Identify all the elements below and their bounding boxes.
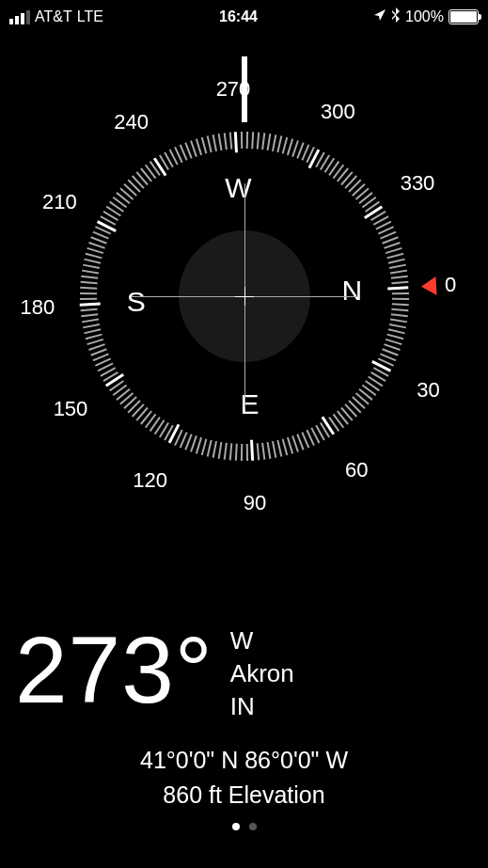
- heading-degrees: 273°: [15, 623, 213, 717]
- degree-label-210: 210: [42, 190, 77, 214]
- compass-area: 0306090120150180210240270300330 NESW: [0, 66, 488, 527]
- heading-side-info: W Akron IN: [230, 624, 294, 723]
- bluetooth-icon: [391, 8, 401, 26]
- crosshair-center-v: [244, 287, 245, 306]
- status-right: 100%: [373, 8, 479, 26]
- degree-label-0: 0: [445, 273, 456, 297]
- heading-row: 273° W Akron IN: [15, 617, 473, 723]
- cardinal-N: N: [341, 275, 362, 307]
- status-left: AT&T LTE: [9, 8, 103, 25]
- compass-dial[interactable]: 0306090120150180210240270300330 NESW: [14, 66, 475, 527]
- clock: 16:44: [219, 8, 258, 25]
- page-dot-2[interactable]: [249, 823, 257, 830]
- page-indicator[interactable]: [15, 823, 473, 830]
- carrier-label: AT&T: [35, 8, 72, 25]
- degree-label-60: 60: [345, 458, 368, 482]
- readout-panel: 273° W Akron IN 41°0'0" N 86°0'0" W 860 …: [15, 617, 473, 830]
- network-label: LTE: [77, 8, 103, 25]
- degree-label-270: 270: [216, 77, 251, 102]
- degree-label-150: 150: [54, 397, 88, 421]
- degree-label-90: 90: [244, 491, 266, 515]
- cardinal-E: E: [241, 388, 260, 420]
- degree-label-180: 180: [20, 295, 55, 320]
- location-city: Akron: [230, 657, 294, 690]
- elevation-label: 860 ft Elevation: [15, 781, 473, 809]
- coordinates-label: 41°0'0" N 86°0'0" W: [15, 747, 473, 774]
- location-state: IN: [230, 690, 294, 723]
- cardinal-S: S: [127, 286, 146, 318]
- location-services-icon: [373, 8, 386, 25]
- degree-label-240: 240: [114, 110, 149, 134]
- battery-percent: 100%: [405, 8, 444, 25]
- signal-strength-icon: [9, 10, 30, 24]
- degree-label-120: 120: [133, 468, 167, 493]
- degree-label-300: 300: [321, 100, 355, 124]
- degree-label-30: 30: [417, 378, 439, 402]
- heading-direction: W: [230, 624, 294, 657]
- page-dot-1[interactable]: [232, 823, 240, 830]
- battery-icon: [449, 9, 479, 24]
- degree-label-330: 330: [401, 171, 435, 196]
- status-bar: AT&T LTE 16:44 100%: [0, 0, 488, 30]
- cardinal-W: W: [225, 172, 251, 204]
